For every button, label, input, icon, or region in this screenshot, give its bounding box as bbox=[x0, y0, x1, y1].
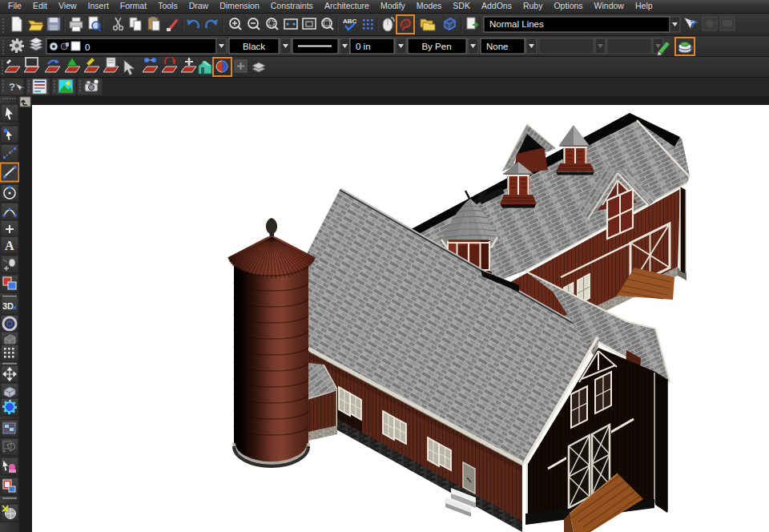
svg-text:?: ? bbox=[9, 81, 15, 93]
svg-text:0 in: 0 in bbox=[356, 42, 371, 51]
svg-text:Normal Lines: Normal Lines bbox=[489, 19, 544, 29]
svg-text:A: A bbox=[5, 239, 14, 252]
svg-text:Black: Black bbox=[243, 42, 265, 51]
svg-text:?: ? bbox=[690, 18, 696, 30]
svg-text:None: None bbox=[486, 42, 509, 51]
svg-text:3D: 3D bbox=[2, 301, 14, 311]
svg-text:0: 0 bbox=[85, 42, 90, 52]
svg-text:By Pen: By Pen bbox=[421, 42, 451, 51]
